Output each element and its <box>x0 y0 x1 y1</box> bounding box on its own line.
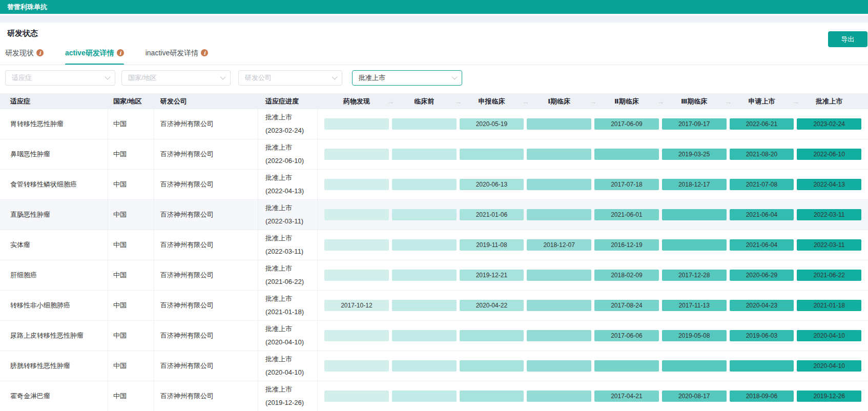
stage-bar[interactable]: 2022-03-11 <box>797 209 861 220</box>
stage-bar[interactable]: 2022-03-11 <box>797 239 861 251</box>
stage-bar[interactable]: 2023-02-24 <box>797 118 861 130</box>
stage-bar[interactable] <box>527 270 591 281</box>
stage-bar[interactable]: 2018-09-06 <box>730 391 794 402</box>
timeline-stage-5: 2019-03-25 <box>660 149 728 160</box>
stage-bar[interactable]: 2021-06-04 <box>730 239 794 251</box>
timeline-stage-3 <box>525 391 593 402</box>
stage-bar[interactable] <box>392 118 457 130</box>
stage-bar[interactable]: 2017-06-06 <box>594 330 659 341</box>
stage-bar[interactable]: 2020-08-17 <box>662 391 727 402</box>
stage-bar[interactable]: 2021-06-22 <box>797 270 861 281</box>
timeline-stage-1 <box>390 360 458 372</box>
stage-bar[interactable] <box>460 149 524 160</box>
stage-bar[interactable]: 2020-06-29 <box>730 270 794 281</box>
stage-bar[interactable] <box>324 209 389 220</box>
filter-select-0[interactable]: 适应症 <box>5 70 115 86</box>
stage-bar[interactable] <box>324 391 389 402</box>
stage-bar[interactable] <box>392 391 457 402</box>
stage-bar[interactable]: 2017-09-17 <box>662 118 727 130</box>
stage-bar[interactable] <box>460 360 524 372</box>
table-row: 鼻咽恶性肿瘤中国百济神州有限公司批准上市(2022-06-10)2019-03-… <box>0 139 868 170</box>
cell-region: 中国 <box>108 291 154 320</box>
stage-bar[interactable]: 2021-06-01 <box>594 209 659 220</box>
stage-bar[interactable] <box>392 300 457 311</box>
stage-bar[interactable] <box>730 360 794 372</box>
stage-bar[interactable]: 2016-12-19 <box>594 239 659 251</box>
stage-bar[interactable] <box>594 149 659 160</box>
stage-bar[interactable] <box>324 330 389 341</box>
stage-bar[interactable]: 2018-02-09 <box>594 270 659 281</box>
stage-bar[interactable] <box>662 239 727 251</box>
stage-bar[interactable]: 2018-12-07 <box>527 239 591 251</box>
stage-bar[interactable] <box>392 179 457 190</box>
table-row: 食管转移性鳞状细胞癌中国百济神州有限公司批准上市(2022-04-13)2020… <box>0 170 868 200</box>
stage-bar[interactable]: 2017-07-18 <box>594 179 659 190</box>
stage-bar[interactable] <box>392 239 457 251</box>
stage-bar[interactable]: 2019-12-21 <box>460 270 524 281</box>
stage-bar[interactable] <box>324 360 389 372</box>
stage-bar[interactable] <box>324 239 389 251</box>
stage-bar[interactable]: 2019-05-08 <box>662 330 727 341</box>
export-button[interactable]: 导出 <box>828 31 867 47</box>
stage-bar[interactable]: 2021-01-18 <box>797 300 861 311</box>
stage-bar[interactable]: 2019-03-25 <box>662 149 727 160</box>
stage-bar[interactable]: 2021-07-08 <box>730 179 794 190</box>
tab-1[interactable]: active研发详情i <box>65 49 124 65</box>
stage-bar[interactable]: 2019-06-03 <box>730 330 794 341</box>
stage-bar[interactable] <box>527 360 591 372</box>
stage-bar[interactable] <box>527 300 591 311</box>
stage-bar[interactable] <box>527 179 591 190</box>
stage-bar[interactable]: 2019-12-26 <box>797 391 861 402</box>
stage-bar[interactable]: 2022-04-13 <box>797 179 861 190</box>
stage-bar[interactable] <box>527 391 591 402</box>
stage-bar[interactable] <box>662 360 727 372</box>
section-title: 研发状态 <box>7 29 38 38</box>
stage-bar[interactable]: 2017-11-13 <box>662 300 727 311</box>
stage-bar[interactable] <box>324 179 389 190</box>
stage-bar[interactable] <box>527 118 591 130</box>
stage-bar[interactable] <box>594 360 659 372</box>
stage-bar[interactable]: 2018-12-17 <box>662 179 727 190</box>
stage-bar[interactable]: 2017-08-24 <box>594 300 659 311</box>
stage-bar[interactable]: 2020-05-19 <box>460 118 524 130</box>
timeline-stage-6: 2021-08-20 <box>728 149 796 160</box>
stage-bar[interactable] <box>324 149 389 160</box>
stage-bar[interactable]: 2021-08-20 <box>730 149 794 160</box>
stage-bar[interactable] <box>392 270 457 281</box>
stage-bar[interactable] <box>527 209 591 220</box>
stage-bar[interactable] <box>392 330 457 341</box>
stage-bar[interactable] <box>527 149 591 160</box>
stage-bar[interactable] <box>324 270 389 281</box>
stage-bar[interactable]: 2020-04-23 <box>730 300 794 311</box>
stage-bar[interactable]: 2017-04-21 <box>594 391 659 402</box>
filter-select-3[interactable]: 批准上市 <box>352 70 462 86</box>
stage-bar[interactable] <box>392 149 457 160</box>
stage-bar[interactable]: 2020-04-10 <box>797 360 861 372</box>
stage-bar[interactable]: 2021-06-04 <box>730 209 794 220</box>
stage-bar[interactable]: 2017-06-09 <box>594 118 659 130</box>
timeline-stage-4 <box>593 149 660 160</box>
stage-bar[interactable]: 2021-01-06 <box>460 209 524 220</box>
stage-header-5: Ⅲ期临床→ <box>660 97 728 106</box>
stage-bar[interactable] <box>392 360 457 372</box>
stage-bar[interactable] <box>460 330 524 341</box>
progress-status: 批准上市 <box>265 353 292 366</box>
stage-bar[interactable]: 2020-04-10 <box>797 330 861 341</box>
stage-bar[interactable] <box>392 209 457 220</box>
stage-bar[interactable] <box>324 118 389 130</box>
stage-header-2: 申报临床→ <box>458 97 526 106</box>
tab-2[interactable]: inactive研发详情i <box>146 49 208 65</box>
stage-bar[interactable]: 2017-10-12 <box>324 300 389 311</box>
stage-bar[interactable] <box>662 209 727 220</box>
stage-bar[interactable]: 2019-11-08 <box>460 239 524 251</box>
stage-bar[interactable] <box>527 330 591 341</box>
stage-bar[interactable]: 2017-12-28 <box>662 270 727 281</box>
stage-bar[interactable]: 2020-04-22 <box>460 300 524 311</box>
filter-select-1[interactable]: 国家/地区 <box>121 70 231 86</box>
filter-select-2[interactable]: 研发公司 <box>238 70 342 86</box>
stage-bar[interactable]: 2020-06-13 <box>460 179 524 190</box>
tab-0[interactable]: 研发现状i <box>5 49 44 65</box>
stage-bar[interactable]: 2022-06-21 <box>730 118 794 130</box>
stage-bar[interactable] <box>460 391 524 402</box>
stage-bar[interactable]: 2022-06-10 <box>797 149 861 160</box>
